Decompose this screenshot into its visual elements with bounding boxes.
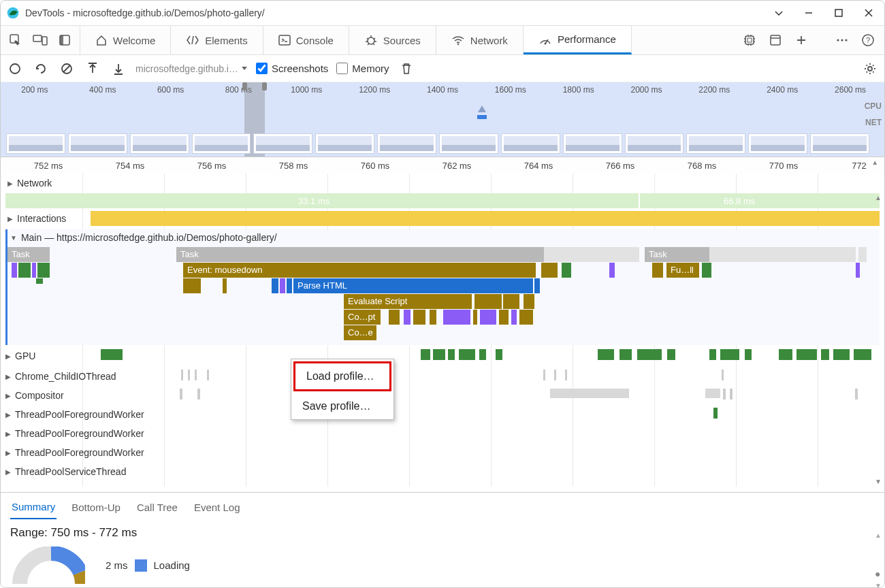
more-icon[interactable] — [830, 28, 854, 52]
record-button[interactable] — [6, 60, 24, 78]
flame-block[interactable] — [562, 263, 571, 278]
threadpool-fg-2[interactable]: ▶ThreadPoolForegroundWorker — [5, 424, 880, 443]
dock-side-icon[interactable] — [52, 28, 77, 52]
flame-block[interactable] — [413, 310, 425, 325]
flame-block[interactable] — [223, 278, 227, 293]
flame-block[interactable] — [280, 278, 285, 293]
tab-elements[interactable]: Elements — [171, 26, 263, 54]
flame-block[interactable] — [287, 278, 292, 293]
tab-performance[interactable]: Performance — [524, 26, 632, 54]
flame-chart[interactable]: ▶Network ▶Frames 33.1 ms 66.8 ms ▲ ▶Inte… — [1, 174, 884, 487]
flame-block[interactable] — [12, 263, 17, 278]
flame-event[interactable]: Event: mousedown — [183, 263, 536, 278]
device-toggle-icon[interactable] — [28, 28, 52, 52]
flame-block[interactable] — [541, 263, 558, 278]
tab-bottom-up[interactable]: Bottom-Up — [70, 500, 122, 519]
flame-compile2[interactable]: Co…e — [344, 325, 376, 340]
settings-gear-icon[interactable] — [861, 60, 879, 78]
flame-block[interactable] — [32, 263, 36, 278]
scroll-up-icon[interactable]: ▲ — [875, 532, 882, 539]
tab-event-log[interactable]: Event Log — [193, 500, 242, 519]
flame-block[interactable] — [389, 310, 400, 325]
download-icon[interactable] — [110, 60, 127, 78]
flame-block[interactable] — [609, 263, 615, 278]
flame-block[interactable] — [443, 310, 470, 325]
flame-block[interactable] — [534, 278, 540, 293]
context-menu-save-profile[interactable]: Save profile… — [291, 393, 393, 419]
maximize-button[interactable] — [833, 7, 845, 19]
wifi-icon — [451, 35, 465, 46]
flame-compile[interactable]: Co…pt — [344, 310, 381, 325]
recording-selector[interactable]: microsoftedge.github.i… — [135, 63, 248, 74]
tab-call-tree[interactable]: Call Tree — [135, 500, 179, 519]
main-thread-track[interactable]: ▼Main — https://microsoftedge.github.io/… — [5, 229, 880, 345]
add-tab-icon[interactable] — [789, 28, 814, 52]
threadpool-service[interactable]: ▶ThreadPoolServiceThread — [5, 462, 880, 481]
memory-checkbox[interactable]: Memory — [336, 63, 389, 74]
tab-welcome[interactable]: Welcome — [80, 26, 171, 54]
flame-block[interactable] — [404, 310, 411, 325]
main-track-label[interactable]: ▼Main — https://microsoftedge.github.io/… — [10, 232, 277, 243]
flame-task[interactable] — [709, 247, 856, 262]
chrome-io-track[interactable]: ▶Chrome_ChildIOThread — [5, 367, 880, 386]
flame-block[interactable] — [499, 310, 509, 325]
minimize-button[interactable] — [803, 7, 815, 19]
flame-block[interactable] — [18, 263, 31, 278]
threadpool-fg-1[interactable]: ▶ThreadPoolForegroundWorker — [5, 405, 880, 424]
upload-icon[interactable] — [84, 60, 101, 78]
flame-block[interactable] — [474, 294, 502, 309]
flame-block[interactable] — [430, 310, 436, 325]
flame-block[interactable] — [36, 278, 43, 284]
flame-block[interactable] — [702, 263, 711, 278]
flame-task[interactable]: Task — [176, 247, 544, 262]
flame-block[interactable] — [473, 310, 477, 325]
flame-task[interactable] — [544, 247, 639, 262]
tab-console[interactable]: Console — [263, 26, 349, 54]
threadpool-fg-3[interactable]: ▶ThreadPoolForegroundWorker — [5, 443, 880, 462]
gpu-track[interactable]: ▶GPU — [5, 346, 880, 365]
flame-task[interactable]: Task — [7, 247, 50, 262]
flame-block[interactable] — [856, 263, 860, 278]
flame-eval[interactable]: Evaluate Script — [344, 294, 472, 309]
tab-sources[interactable]: Sources — [349, 26, 436, 54]
panel-icon[interactable] — [763, 28, 788, 52]
frame-duration-b: 66.8 ms — [724, 196, 755, 206]
screenshots-input[interactable] — [256, 63, 268, 74]
flame-block[interactable] — [652, 263, 663, 278]
flame-block[interactable] — [480, 310, 496, 325]
tab-summary[interactable]: Summary — [10, 500, 57, 519]
memory-chip-icon[interactable] — [737, 28, 762, 52]
flame-block[interactable] — [503, 294, 519, 309]
flame-func[interactable]: Fu…ll — [666, 263, 699, 278]
flame-block[interactable] — [519, 310, 533, 325]
close-button[interactable] — [863, 7, 875, 19]
svg-rect-7 — [60, 35, 63, 45]
help-icon[interactable]: ? — [856, 28, 880, 52]
flame-block[interactable] — [511, 310, 517, 325]
legend-time: 2 ms — [106, 559, 128, 571]
memory-input[interactable] — [336, 63, 348, 74]
interactions-track[interactable]: ▶Interactions — [7, 213, 66, 224]
flame-task[interactable] — [858, 247, 867, 262]
reload-record-button[interactable] — [32, 60, 50, 78]
context-menu-load-profile[interactable]: Load profile… — [293, 361, 391, 391]
flame-task[interactable]: Task — [645, 247, 709, 262]
flame-parse[interactable]: Parse HTML — [293, 278, 533, 293]
chevron-down-icon[interactable] — [773, 7, 785, 19]
frames-bar[interactable]: 33.1 ms 66.8 ms — [5, 193, 880, 208]
flame-block[interactable] — [183, 278, 201, 293]
flame-block[interactable] — [524, 294, 534, 309]
compositor-track[interactable]: ▶Compositor — [5, 386, 880, 405]
screenshots-checkbox[interactable]: Screenshots — [256, 63, 328, 74]
network-track[interactable]: ▶Network — [7, 178, 52, 189]
timeline-overview[interactable]: 200 ms400 ms600 ms800 ms1000 ms1200 ms14… — [1, 82, 884, 157]
scroll-down-icon[interactable]: ▼ — [875, 478, 882, 485]
flame-block[interactable] — [272, 278, 278, 293]
interactions-bar[interactable] — [91, 211, 880, 226]
flame-block[interactable] — [37, 263, 50, 278]
scroll-down-icon[interactable]: ▼ — [875, 582, 882, 588]
gc-trash-icon[interactable] — [398, 60, 415, 78]
clear-button[interactable] — [58, 60, 76, 78]
tab-network[interactable]: Network — [436, 26, 524, 54]
inspect-icon[interactable] — [3, 28, 28, 52]
